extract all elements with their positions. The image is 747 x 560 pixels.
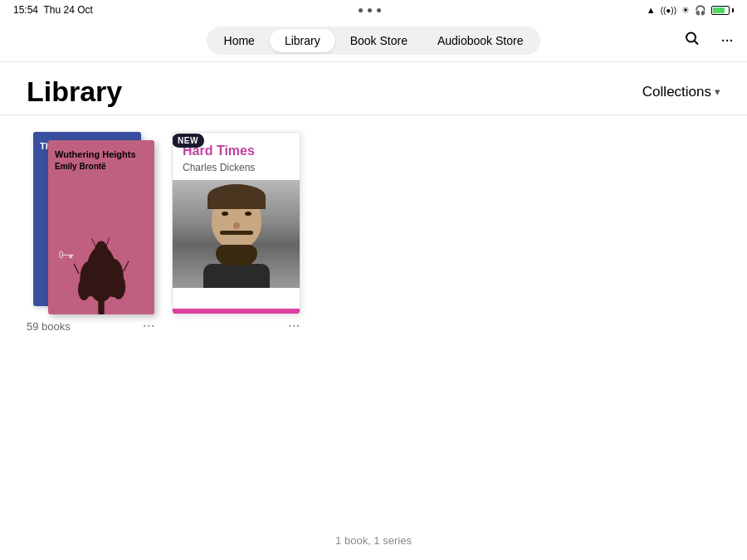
library-content: The Jungle Book Wuthering Heights Emily … <box>0 115 747 349</box>
nav-bar: Home Library Book Store Audiobook Store … <box>0 20 747 62</box>
nav-more-button[interactable]: ··· <box>721 34 734 47</box>
book-stack-more-button[interactable]: ··· <box>143 319 155 333</box>
status-time-date: 15:54 Thu 24 Oct <box>13 4 93 16</box>
headphone-icon: 🎧 <box>695 5 706 16</box>
collections-label: Collections <box>642 84 711 100</box>
portrait-body <box>203 264 270 288</box>
status-icons: ▲ ((●)) ☀ 🎧 <box>647 5 734 16</box>
nav-tabs: Home Library Book Store Audiobook Store <box>207 27 541 55</box>
wifi-icon: ▲ <box>647 5 656 15</box>
svg-point-7 <box>111 274 125 299</box>
book-count: 59 books <box>27 320 71 333</box>
tab-home[interactable]: Home <box>209 29 270 52</box>
library-header: Library Collections ▾ <box>0 62 747 115</box>
signal-icon: ((●)) <box>661 6 676 15</box>
page-title: Library <box>27 75 122 108</box>
book-stack-container: The Jungle Book Wuthering Heights Emily … <box>27 132 155 333</box>
hard-times-info: ··· <box>172 319 300 333</box>
dot-3 <box>377 8 381 12</box>
dickens-portrait <box>173 180 300 288</box>
book-stack-info: 59 books ··· <box>27 319 155 333</box>
tree-icon <box>48 223 154 314</box>
book-stack[interactable]: The Jungle Book Wuthering Heights Emily … <box>27 132 155 314</box>
chevron-down-icon: ▾ <box>715 85 720 98</box>
wuthering-heights-cover: Wuthering Heights Emily Brontë <box>48 140 154 314</box>
portrait-beard <box>216 245 257 265</box>
portrait-hair <box>208 184 266 209</box>
brightness-icon: ☀ <box>681 5 690 16</box>
hard-times-stripe <box>173 309 300 314</box>
new-badge: NEW <box>172 132 204 147</box>
collections-button[interactable]: Collections ▾ <box>642 84 720 100</box>
footer: 1 book, 1 series <box>0 534 747 547</box>
svg-line-1 <box>695 41 699 45</box>
svg-point-0 <box>686 33 696 42</box>
svg-point-6 <box>78 278 90 300</box>
hard-times-author: Charles Dickens <box>183 162 290 173</box>
svg-line-11 <box>91 238 96 248</box>
dot-1 <box>359 8 363 12</box>
tab-bookstore[interactable]: Book Store <box>335 29 422 52</box>
wuthering-heights-content: Wuthering Heights Emily Brontë <box>48 140 154 179</box>
books-grid: The Jungle Book Wuthering Heights Emily … <box>27 132 720 333</box>
tab-audiobook-store[interactable]: Audiobook Store <box>422 29 539 52</box>
battery-tip <box>732 8 734 12</box>
wuthering-heights-author: Emily Brontë <box>55 162 148 171</box>
status-bar: 15:54 Thu 24 Oct ▲ ((●)) ☀ 🎧 <box>0 0 747 20</box>
battery-indicator <box>711 6 734 15</box>
dot-2 <box>368 8 372 12</box>
key-icon: 🗝 <box>58 246 75 265</box>
wuthering-heights-title: Wuthering Heights <box>55 149 148 160</box>
battery-body <box>711 6 730 15</box>
hard-times-more-button[interactable]: ··· <box>288 319 300 333</box>
tab-library[interactable]: Library <box>270 29 335 52</box>
svg-line-12 <box>106 237 110 247</box>
hard-times-container: Hard Times Charles Dickens <box>172 132 300 333</box>
hard-times-book[interactable]: Hard Times Charles Dickens <box>172 132 300 314</box>
portrait-head <box>212 191 261 249</box>
dickens-portrait-area <box>173 180 300 288</box>
footer-text: 1 book, 1 series <box>335 534 412 547</box>
status-dots <box>359 8 381 12</box>
search-icon[interactable] <box>684 31 701 51</box>
battery-fill <box>713 7 725 13</box>
svg-line-10 <box>124 261 129 271</box>
svg-line-9 <box>74 264 79 274</box>
